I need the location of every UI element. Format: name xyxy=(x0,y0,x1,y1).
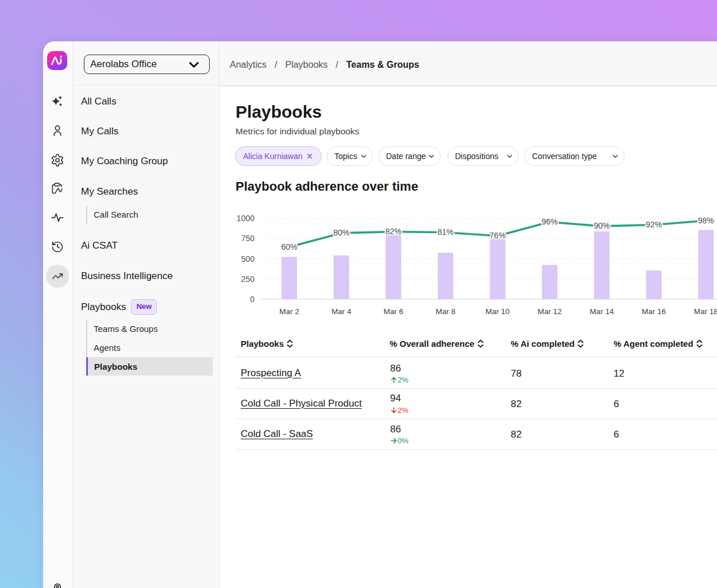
svg-text:250: 250 xyxy=(241,274,255,284)
svg-text:81%: 81% xyxy=(437,227,453,237)
svg-text:Mar 4: Mar 4 xyxy=(331,307,352,316)
svg-text:90%: 90% xyxy=(593,221,610,230)
svg-text:80%: 80% xyxy=(333,228,349,237)
svg-text:76%: 76% xyxy=(489,231,506,240)
svg-text:750: 750 xyxy=(241,234,255,243)
svg-text:96%: 96% xyxy=(542,217,558,226)
svg-text:1000: 1000 xyxy=(237,214,255,223)
svg-text:92%: 92% xyxy=(646,220,662,229)
svg-text:60%: 60% xyxy=(281,242,297,252)
svg-text:Mar 2: Mar 2 xyxy=(279,307,299,316)
svg-text:Mar 6: Mar 6 xyxy=(384,307,404,316)
svg-text:Mar 18: Mar 18 xyxy=(694,307,717,316)
svg-text:Mar 12: Mar 12 xyxy=(538,307,562,316)
svg-text:Mar 10: Mar 10 xyxy=(485,307,510,316)
svg-text:Mar 14: Mar 14 xyxy=(589,307,614,316)
svg-text:Mar 8: Mar 8 xyxy=(435,307,456,316)
svg-text:98%: 98% xyxy=(698,216,714,225)
svg-text:82%: 82% xyxy=(386,227,402,236)
svg-text:Mar 16: Mar 16 xyxy=(642,307,666,316)
svg-text:500: 500 xyxy=(241,254,255,264)
svg-text:0: 0 xyxy=(250,295,255,304)
